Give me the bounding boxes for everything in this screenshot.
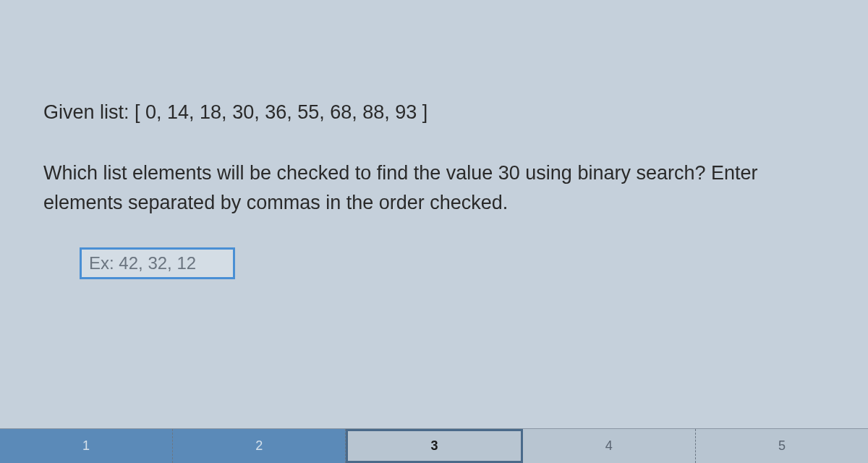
question-content: Given list: [ 0, 14, 18, 30, 36, 55, 68,… — [0, 0, 868, 279]
question-text: Which list elements will be checked to f… — [43, 158, 825, 217]
progress-bar: 1 2 3 4 5 — [0, 428, 868, 463]
answer-input[interactable] — [80, 247, 235, 279]
step-4[interactable]: 4 — [523, 429, 696, 463]
step-3[interactable]: 3 — [346, 429, 522, 463]
input-container — [80, 247, 825, 279]
step-5[interactable]: 5 — [696, 429, 868, 463]
given-list-text: Given list: [ 0, 14, 18, 30, 36, 55, 68,… — [43, 101, 825, 124]
step-2[interactable]: 2 — [173, 429, 346, 463]
step-1[interactable]: 1 — [0, 429, 173, 463]
